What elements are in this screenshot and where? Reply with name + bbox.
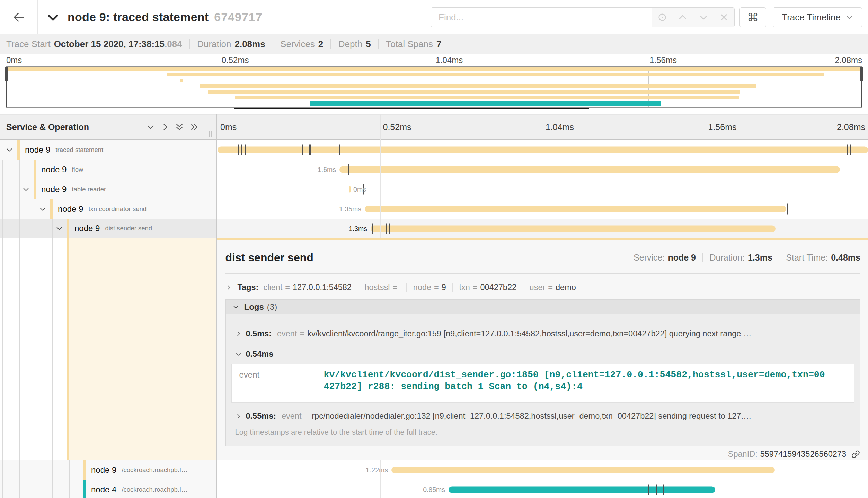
span-name-cell[interactable]: node 4/cockroach.roachpb.I… <box>0 480 216 498</box>
log-key: event <box>282 411 302 421</box>
span-bar[interactable] <box>365 206 786 212</box>
span-timeline-cell[interactable] <box>216 140 868 160</box>
indent-guide <box>19 460 20 480</box>
link-icon[interactable] <box>851 450 860 459</box>
span-duration-label: 1.6ms <box>318 165 336 173</box>
indent-guide <box>36 199 36 219</box>
view-selector-button[interactable]: Trace Timeline <box>773 7 862 27</box>
span-name-cell[interactable]: node 9/cockroach.roachpb.I… <box>0 460 216 480</box>
span-bar[interactable] <box>218 146 868 153</box>
summary-value: 2.08ms <box>234 39 265 49</box>
find-input[interactable] <box>431 7 652 27</box>
span-log-tick <box>317 144 317 155</box>
service-name: node 9 <box>74 224 100 233</box>
service-name: node 9 <box>91 465 116 475</box>
column-resizer-grip[interactable] <box>209 131 213 137</box>
minimap-span-bar <box>310 101 661 106</box>
summary-value: 5 <box>366 39 371 49</box>
detail-span-meta: Service:node 9Duration:1.3msStart Time:0… <box>634 253 860 263</box>
span-bar[interactable] <box>339 166 840 173</box>
service-color-strip <box>17 140 20 160</box>
close-button[interactable] <box>714 8 735 27</box>
minimap-scrubber-handle-right[interactable] <box>860 67 863 81</box>
span-log-tick <box>386 223 387 234</box>
detail-meta-label: Duration: <box>709 253 744 263</box>
indent-guide <box>19 179 20 199</box>
logs-label: Logs <box>244 302 264 312</box>
log-entry[interactable]: 0.5ms:event=kv/kvclient/kvcoord/range_it… <box>226 323 860 345</box>
tag-value: 127.0.0.1:54582 <box>293 283 352 292</box>
log-entry[interactable]: 0.55ms:event=rpc/nodedialer/nodedialer.g… <box>226 407 860 425</box>
span-log-tick <box>245 144 246 155</box>
span-timeline-cell[interactable]: 1.22ms <box>216 460 868 480</box>
collapse-one-icon[interactable] <box>175 114 184 140</box>
minimap-ruler-label: 2.08ms <box>835 55 862 65</box>
expand-all-icon[interactable] <box>161 114 170 140</box>
log-equals: = <box>300 329 304 338</box>
span-timeline-cell[interactable]: 1.35ms <box>216 199 868 219</box>
span-collapse-chevron-icon[interactable] <box>39 205 46 213</box>
minimap-ruler-label: 1.04ms <box>436 55 463 65</box>
trace-minimap[interactable] <box>6 66 862 108</box>
logs-accordian-header[interactable]: Logs(3) <box>226 300 860 314</box>
span-bar[interactable] <box>449 486 715 493</box>
indent-guide <box>19 160 20 179</box>
operation-name: /cockroach.roachpb.I… <box>122 466 187 474</box>
chevron-down-icon <box>232 304 239 310</box>
chevron-up-button[interactable] <box>673 8 693 27</box>
span-name-cell[interactable]: node 9txn coordinator send <box>0 199 216 219</box>
tags-accordian[interactable]: Tags:client=127.0.0.1:54582hostssl=node=… <box>225 279 861 296</box>
span-name-cell[interactable]: node 9traced statement <box>0 140 216 160</box>
indent-guide <box>36 460 36 480</box>
log-timestamp: 0.55ms: <box>246 411 276 421</box>
span-log-tick <box>457 484 457 495</box>
chevron-down-button[interactable] <box>693 8 714 27</box>
span-collapse-chevron-icon[interactable] <box>22 185 30 193</box>
service-color-strip <box>50 199 53 219</box>
span-log-tick <box>348 164 349 175</box>
keyboard-shortcuts-button[interactable]: ⌘ <box>739 7 766 27</box>
span-timeline-cell[interactable]: 1.6ms <box>216 160 868 179</box>
span-duration-label: 1.22ms <box>366 466 388 474</box>
span-log-tick <box>714 484 714 495</box>
indent-guide <box>2 160 3 179</box>
tag-equals: = <box>393 283 398 292</box>
back-button[interactable] <box>0 0 38 34</box>
locate-button[interactable] <box>652 8 673 27</box>
span-log-tick <box>238 144 239 155</box>
logs-section: Logs(3)0.5ms:event=kv/kvclient/kvcoord/r… <box>225 299 861 446</box>
span-collapse-chevron-icon[interactable] <box>55 225 63 232</box>
span-timeline-cell[interactable]: 0ms <box>216 179 868 199</box>
log-entry-expanded-header[interactable]: 0.54ms <box>226 346 860 362</box>
span-log-tick <box>231 144 231 155</box>
trace-collapse-chevron-icon[interactable] <box>46 10 60 24</box>
tag-key: hostssl <box>364 283 390 292</box>
span-timeline-cell[interactable]: 0.85ms <box>216 480 868 498</box>
chevron-right-icon <box>235 331 242 337</box>
span-log-tick <box>309 144 310 155</box>
expand-one-icon[interactable] <box>190 114 199 140</box>
span-name-cell[interactable]: node 9dist sender send <box>0 219 216 238</box>
chevron-down-icon <box>845 13 853 21</box>
tag-separator <box>358 283 358 292</box>
span-bar[interactable] <box>349 186 351 192</box>
service-name: node 9 <box>41 184 67 194</box>
summary-label: Total Spans <box>386 39 433 49</box>
timeline-ruler-label: 1.56ms <box>708 114 737 140</box>
span-row: 1.6msnode 9flow <box>0 160 868 179</box>
span-bar[interactable] <box>391 467 775 473</box>
operation-name: dist sender send <box>105 225 152 232</box>
summary-label: Depth <box>338 39 362 49</box>
minimap-span-bar <box>200 84 756 88</box>
chevron-down-icon <box>698 12 709 22</box>
collapse-all-icon[interactable] <box>146 114 155 140</box>
minimap-scrubber-handle-left[interactable] <box>5 67 8 81</box>
indent-guide <box>36 219 36 238</box>
summary-separator <box>330 39 331 49</box>
span-timeline-cell[interactable]: 1.3ms <box>216 219 868 238</box>
minimap-span-bar <box>235 96 739 99</box>
span-bar[interactable] <box>371 225 776 232</box>
span-name-cell[interactable]: node 9flow <box>0 160 216 179</box>
span-name-cell[interactable]: node 9table reader <box>0 179 216 199</box>
span-collapse-chevron-icon[interactable] <box>6 146 13 154</box>
